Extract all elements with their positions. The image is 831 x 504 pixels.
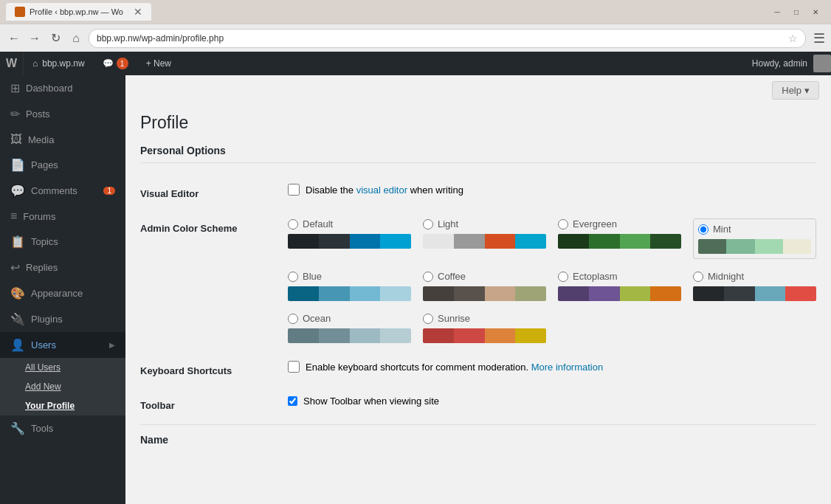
scheme-default[interactable]: Default (288, 218, 411, 259)
keyboard-shortcuts-checkbox-row: Enable keyboard shortcuts for comment mo… (288, 361, 816, 373)
keyboard-shortcuts-checkbox[interactable] (288, 361, 300, 373)
scheme-ocean-radio[interactable] (288, 314, 298, 324)
page-title: Profile (140, 113, 816, 133)
name-section-title: Name (140, 424, 816, 446)
sidebar-label-comments: Comments (31, 185, 77, 196)
scheme-midnight-label-row: Midnight (693, 271, 816, 282)
url-text: bbp.wp.nw/wp-admin/profile.php (97, 33, 784, 44)
scheme-mint-label-row: Mint (698, 224, 811, 235)
admin-bar-new[interactable]: + New (137, 52, 180, 75)
browser-toolbar: ← → ↻ ⌂ bbp.wp.nw/wp-admin/profile.php ☆… (0, 24, 831, 52)
tools-icon: 🔧 (10, 421, 25, 435)
sidebar-item-forums[interactable]: ≡ Forums (0, 204, 125, 229)
pages-icon: 📄 (10, 158, 25, 172)
admin-bar-home[interactable]: ⌂ bbp.wp.nw (24, 52, 94, 75)
color-scheme-row: Admin Color Scheme Default (140, 210, 816, 352)
sidebar-item-tools[interactable]: 🔧 Tools (0, 415, 125, 441)
visual-editor-link[interactable]: visual editor (356, 184, 407, 196)
scheme-sunrise-radio[interactable] (423, 314, 433, 324)
wp-logo[interactable]: W (0, 52, 24, 75)
sidebar-item-posts[interactable]: ✏ Posts (0, 101, 125, 127)
sidebar-label-users: Users (31, 339, 56, 351)
sidebar-item-topics[interactable]: 📋 Topics (0, 229, 125, 255)
scheme-evergreen-radio[interactable] (558, 219, 568, 229)
back-btn[interactable]: ← (6, 30, 22, 46)
maximize-btn[interactable]: □ (787, 4, 806, 20)
sidebar-subitem-add-new[interactable]: Add New (0, 377, 125, 396)
scheme-ocean-swatch (288, 328, 411, 343)
more-info-link[interactable]: More information (531, 362, 604, 373)
scheme-light-radio[interactable] (423, 219, 433, 229)
scheme-coffee-radio[interactable] (423, 272, 433, 282)
home-btn[interactable]: ⌂ (68, 30, 84, 46)
browser-chrome: Profile ‹ bbp.wp.nw — Wo ✕ ─ □ ✕ ← → ↻ ⌂… (0, 0, 831, 52)
close-btn[interactable]: ✕ (806, 4, 825, 20)
tab-close-btn[interactable]: ✕ (134, 6, 142, 18)
keyboard-shortcuts-checkbox-label: Enable keyboard shortcuts for comment mo… (306, 362, 603, 373)
sidebar-label-forums: Forums (23, 211, 55, 222)
scheme-light-name: Light (438, 218, 458, 229)
scheme-blue[interactable]: Blue (288, 271, 411, 301)
plugins-icon: 🔌 (10, 312, 25, 326)
admin-bar-comments[interactable]: 💬 1 (94, 52, 137, 75)
help-button[interactable]: Help ▾ (772, 81, 819, 100)
scheme-ectoplasm-radio[interactable] (558, 272, 568, 282)
keyboard-shortcuts-text: Enable keyboard shortcuts for comment mo… (306, 362, 528, 373)
sidebar-subitem-all-users[interactable]: All Users (0, 358, 125, 377)
scheme-coffee[interactable]: Coffee (423, 271, 546, 301)
admin-bar-right: Howdy, admin (746, 55, 831, 72)
scheme-evergreen[interactable]: Evergreen (558, 218, 681, 259)
reload-btn[interactable]: ↻ (47, 30, 63, 46)
sidebar-item-comments[interactable]: 💬 Comments 1 (0, 178, 125, 204)
scheme-ocean[interactable]: Ocean (288, 313, 411, 343)
sidebar-item-appearance[interactable]: 🎨 Appearance (0, 280, 125, 306)
scheme-midnight-radio[interactable] (693, 272, 703, 282)
scheme-light-swatch (423, 234, 546, 249)
content-area: Help ▾ Profile Personal Options Visual E… (125, 75, 831, 504)
users-arrow-icon: ▶ (109, 341, 115, 349)
scheme-mint[interactable]: Mint (693, 218, 816, 259)
sidebar-item-replies[interactable]: ↩ Replies (0, 255, 125, 280)
minimize-btn[interactable]: ─ (768, 4, 787, 20)
scheme-evergreen-name: Evergreen (573, 218, 617, 229)
howdy-text: Howdy, admin (746, 58, 813, 69)
scheme-midnight[interactable]: Midnight (693, 271, 816, 301)
posts-icon: ✏ (10, 107, 20, 121)
sidebar-item-dashboard[interactable]: ⊞ Dashboard (0, 75, 125, 101)
keyboard-shortcuts-label: Keyboard Shortcuts (140, 352, 288, 387)
sidebar-label-topics: Topics (31, 236, 58, 247)
media-icon: 🖼 (10, 133, 22, 146)
sidebar: ⊞ Dashboard ✏ Posts 🖼 Media 📄 Pages 💬 Co… (0, 75, 125, 504)
scheme-ocean-label-row: Ocean (288, 313, 411, 324)
sidebar-item-plugins[interactable]: 🔌 Plugins (0, 306, 125, 332)
scheme-blue-radio[interactable] (288, 272, 298, 282)
address-bar[interactable]: bbp.wp.nw/wp-admin/profile.php ☆ (89, 29, 806, 48)
visual-editor-checkbox[interactable] (288, 184, 300, 196)
scheme-mint-radio[interactable] (698, 224, 708, 235)
content-header: Help ▾ (125, 75, 831, 106)
scheme-sunrise-name: Sunrise (438, 313, 470, 324)
sidebar-label-appearance: Appearance (31, 288, 83, 299)
scheme-blue-label-row: Blue (288, 271, 411, 282)
scheme-default-swatch (288, 234, 411, 249)
browser-tab[interactable]: Profile ‹ bbp.wp.nw — Wo ✕ (6, 3, 151, 21)
scheme-sunrise[interactable]: Sunrise (423, 313, 546, 343)
sidebar-subitem-your-profile[interactable]: Your Profile (0, 396, 125, 415)
sidebar-item-users[interactable]: 👤 Users ▶ (0, 332, 125, 358)
scheme-default-label-row: Default (288, 218, 411, 229)
scheme-default-radio[interactable] (288, 219, 298, 229)
browser-menu-icon[interactable]: ☰ (813, 30, 825, 46)
visual-editor-row: Visual Editor Disable the visual editor … (140, 175, 816, 210)
sidebar-item-pages[interactable]: 📄 Pages (0, 152, 125, 178)
scheme-ectoplasm[interactable]: Ectoplasm (558, 271, 681, 301)
wp-icon: W (6, 57, 17, 70)
color-scheme-cell: Default (288, 210, 816, 352)
scheme-light[interactable]: Light (423, 218, 546, 259)
scheme-coffee-name: Coffee (438, 271, 466, 282)
help-label: Help (782, 85, 801, 96)
new-label: + New (146, 58, 171, 69)
forward-btn[interactable]: → (27, 30, 43, 46)
toolbar-checkbox[interactable] (288, 396, 297, 406)
sidebar-item-media[interactable]: 🖼 Media (0, 127, 125, 152)
main-layout: ⊞ Dashboard ✏ Posts 🖼 Media 📄 Pages 💬 Co… (0, 75, 831, 504)
